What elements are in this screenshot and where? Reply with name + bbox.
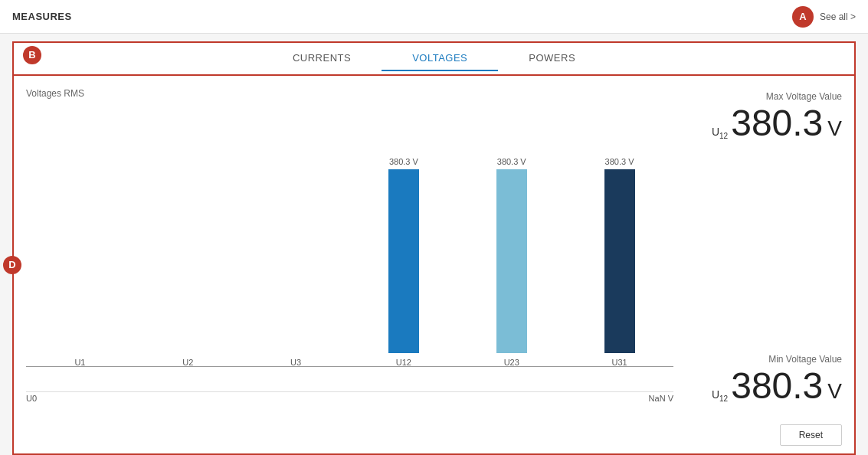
chart-title: Voltages RMS — [26, 88, 673, 99]
bar-group-u3: U3 — [242, 341, 350, 367]
bar-group-u31: 380.3 VU31 — [565, 157, 673, 367]
see-all-link[interactable]: See all > — [820, 11, 856, 22]
chart-area: Voltages RMS U1U2U3380.3 VU12380.3 VU233… — [26, 88, 673, 404]
min-voltage-section: Min Voltage Value U12 380.3 V — [689, 354, 842, 404]
min-voltage-unit: V — [827, 379, 842, 404]
bar-label-u23: U23 — [504, 358, 519, 367]
bar-group-u1: U1 — [26, 341, 134, 367]
max-voltage-subscript: U12 — [712, 126, 728, 140]
tabs-section: B CURRENTS VOLTAGES POWERS — [12, 34, 856, 76]
max-voltage-number: 380.3 — [731, 105, 823, 142]
content-section: D Voltages RMS U1U2U3380.3 VU12380.3 VU2… — [12, 76, 856, 455]
bar-group-u12: 380.3 VU12 — [349, 157, 457, 367]
chart-footer: U0 NaN V — [26, 391, 673, 404]
header-title: MEASURES — [12, 11, 72, 22]
bar-label-u3: U3 — [290, 358, 301, 367]
max-voltage-section: Max Voltage Value U12 380.3 V — [689, 91, 842, 142]
bar-label-u31: U31 — [611, 358, 627, 367]
header: MEASURES A See all > — [0, 0, 868, 34]
footer-right: NaN V — [649, 394, 673, 403]
tab-voltages[interactable]: VOLTAGES — [382, 46, 498, 71]
chart-bars: U1U2U3380.3 VU12380.3 VU23380.3 VU31 — [26, 152, 673, 367]
bar-value-u12: 380.3 V — [389, 157, 418, 166]
min-voltage-number: 380.3 — [731, 368, 823, 404]
header-right: A See all > — [792, 6, 856, 28]
footer-left: U0 — [26, 394, 37, 403]
max-voltage-unit: V — [827, 116, 842, 141]
tabs-row: B CURRENTS VOLTAGES POWERS — [12, 41, 856, 76]
badge-a: A — [792, 6, 814, 28]
badge-d: D — [3, 256, 21, 274]
content-inner: Voltages RMS U1U2U3380.3 VU12380.3 VU233… — [14, 76, 854, 417]
bar-label-u12: U12 — [396, 358, 411, 367]
badge-b: B — [23, 46, 41, 64]
min-voltage-subscript: U12 — [712, 388, 728, 403]
reset-row: Reset — [14, 417, 854, 453]
bar-u12 — [388, 169, 419, 353]
page-wrapper: MEASURES A See all > B CURRENTS VOLTAGES… — [0, 0, 868, 455]
bar-label-u2: U2 — [182, 358, 193, 367]
bar-u31 — [604, 169, 635, 353]
reset-button[interactable]: Reset — [780, 424, 842, 446]
bar-group-u2: U2 — [134, 341, 242, 367]
min-voltage-value-row: U12 380.3 V — [689, 368, 842, 404]
tab-powers[interactable]: POWERS — [498, 46, 606, 71]
tab-currents[interactable]: CURRENTS — [262, 46, 382, 71]
max-voltage-label: Max Voltage Value — [689, 91, 842, 102]
min-voltage-label: Min Voltage Value — [689, 354, 842, 365]
bar-label-u1: U1 — [74, 358, 85, 367]
bar-value-u31: 380.3 V — [605, 157, 634, 166]
right-panel: Max Voltage Value U12 380.3 V Min Voltag… — [673, 88, 842, 404]
bar-u23 — [496, 169, 527, 353]
bar-value-u23: 380.3 V — [497, 157, 526, 166]
bar-group-u23: 380.3 VU23 — [457, 157, 565, 367]
max-voltage-value-row: U12 380.3 V — [689, 105, 842, 142]
chart-body: U1U2U3380.3 VU12380.3 VU23380.3 VU31 — [26, 105, 673, 390]
